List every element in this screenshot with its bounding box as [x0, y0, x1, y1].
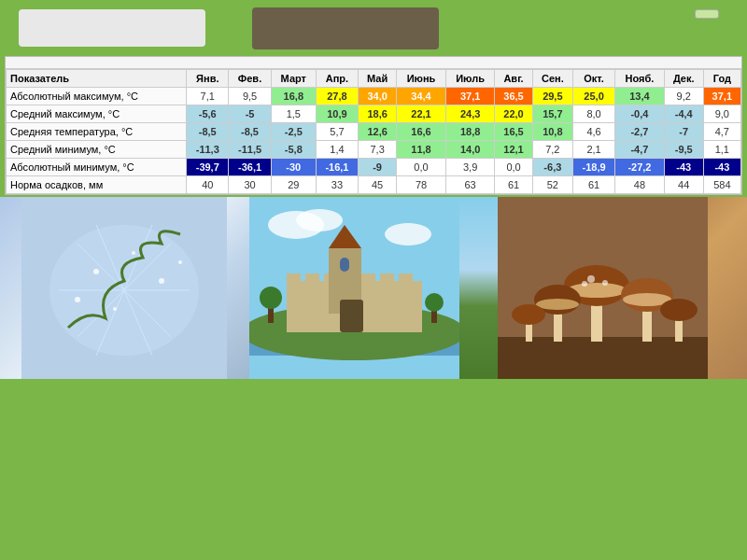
cell-r0-c11: 9,2: [664, 88, 703, 105]
cell-r5-c6: 63: [445, 176, 495, 194]
svg-rect-21: [305, 273, 319, 285]
cell-r2-c4: 12,6: [358, 123, 396, 141]
cell-r2-c11: -7: [664, 123, 703, 141]
svg-point-50: [587, 275, 595, 283]
cell-r0-c8: 29,5: [532, 88, 572, 105]
cell-r1-c4: 18,6: [358, 105, 396, 123]
cell-r3-c4: 7,3: [358, 141, 396, 159]
cell-r0-c2: 16,8: [271, 88, 316, 105]
svg-point-8: [132, 251, 135, 255]
cell-r2-c10: -2,7: [615, 123, 665, 141]
cell-r3-c9: 2,1: [573, 141, 615, 159]
cell-r4-c0: -39,7: [187, 159, 229, 176]
svg-rect-26: [399, 273, 413, 285]
castle-image: [249, 197, 499, 379]
svg-point-10: [113, 307, 117, 311]
cell-r2-c0: -8,5: [187, 123, 229, 141]
col-header-0: Показатель: [7, 70, 187, 88]
cell-r5-c8: 52: [532, 176, 572, 194]
svg-point-9: [159, 278, 164, 284]
cell-r2-c2: -2,5: [271, 123, 316, 141]
cell-r1-c10: -0,4: [615, 105, 665, 123]
cell-r1-c2: 1,5: [271, 105, 316, 123]
cell-r0-c7: 36,5: [495, 88, 532, 105]
cell-r0-c5: 34,4: [397, 88, 446, 105]
svg-point-16: [385, 223, 431, 245]
cell-r3-c0: -11,3: [187, 141, 229, 159]
table-row: Средний минимум, °С-11,3-11,5-5,81,47,31…: [7, 141, 741, 159]
cell-r3-c1: -11,5: [229, 141, 271, 159]
param-name-5: Норма осадков, мм: [7, 176, 187, 194]
cell-r0-c10: 13,4: [615, 88, 665, 105]
cell-r1-c9: 8,0: [573, 105, 615, 123]
cell-r4-c8: -6,3: [532, 159, 572, 176]
col-header-12: Дек.: [664, 70, 703, 88]
cell-r3-c12: 1,1: [703, 141, 740, 159]
svg-rect-30: [340, 300, 363, 332]
cell-r5-c3: 33: [316, 176, 358, 194]
col-header-7: Июль: [445, 70, 495, 88]
col-header-9: Сен.: [532, 70, 572, 88]
cell-r3-c6: 14,0: [445, 141, 495, 159]
cell-r0-c9: 25,0: [573, 88, 615, 105]
svg-point-15: [296, 209, 343, 231]
param-name-1: Средний максимум, °С: [7, 105, 187, 123]
svg-point-32: [260, 287, 282, 309]
svg-point-34: [425, 293, 444, 312]
svg-point-49: [660, 299, 698, 321]
cell-r1-c8: 15,7: [532, 105, 572, 123]
cell-r4-c3: -16,1: [316, 159, 358, 176]
cell-r0-c1: 9,5: [229, 88, 271, 105]
cell-r1-c6: 24,3: [445, 105, 495, 123]
cell-r5-c10: 48: [615, 176, 665, 194]
cell-r0-c0: 7,1: [187, 88, 229, 105]
svg-point-52: [582, 281, 587, 287]
cell-r4-c12: -43: [703, 159, 740, 176]
cell-r2-c3: 5,7: [316, 123, 358, 141]
frost-decoration: [0, 197, 249, 379]
table-row: Средний максимум, °С-5,6-51,510,918,622,…: [7, 105, 741, 123]
cell-r4-c6: 3,9: [445, 159, 495, 176]
header-white-box: [19, 9, 205, 47]
cell-r5-c5: 78: [397, 176, 446, 194]
table-row: Абсолютный максимум, °С7,19,516,827,834,…: [7, 88, 741, 105]
col-header-11: Нояб.: [615, 70, 665, 88]
svg-point-42: [536, 299, 579, 310]
cell-r5-c7: 61: [495, 176, 532, 194]
cell-r5-c1: 30: [229, 176, 271, 194]
cell-r0-c3: 27,8: [316, 88, 358, 105]
svg-rect-25: [380, 273, 394, 285]
cell-r4-c5: 0,0: [397, 159, 446, 176]
cell-r5-c4: 45: [358, 176, 396, 194]
cell-r1-c11: -4,4: [664, 105, 703, 123]
table-title: [6, 57, 741, 69]
col-header-10: Окт.: [573, 70, 615, 88]
climate-table-container: ПоказательЯнв.Фев.МартАпр.МайИюньИюльАвг…: [5, 56, 742, 195]
cell-r1-c12: 9,0: [703, 105, 740, 123]
col-header-6: Июнь: [397, 70, 446, 88]
svg-point-7: [93, 269, 99, 274]
bottom-images: [0, 197, 747, 379]
param-name-4: Абсолютный минимум, °С: [7, 159, 187, 176]
header-dark-box: [252, 7, 439, 49]
cell-r2-c5: 16,6: [397, 123, 446, 141]
cell-r0-c12: 37,1: [703, 88, 740, 105]
cell-r2-c9: 4,6: [573, 123, 615, 141]
cell-r2-c12: 4,7: [703, 123, 740, 141]
cell-r3-c8: 7,2: [532, 141, 572, 159]
cell-r3-c7: 12,1: [495, 141, 532, 159]
table-row: Средняя температура, °С-8,5-8,5-2,55,712…: [7, 123, 741, 141]
climate-table: ПоказательЯнв.Фев.МартАпр.МайИюньИюльАвг…: [6, 69, 741, 194]
col-header-2: Фев.: [229, 70, 271, 88]
svg-point-44: [512, 304, 545, 325]
col-header-5: Май: [358, 70, 396, 88]
mushroom-image: [498, 197, 747, 379]
svg-point-51: [602, 280, 608, 286]
svg-rect-36: [498, 337, 708, 379]
cell-r3-c3: 1,4: [316, 141, 358, 159]
cell-r0-c6: 37,1: [445, 88, 495, 105]
top-button[interactable]: [695, 9, 719, 19]
cell-r2-c7: 16,5: [495, 123, 532, 141]
cell-r3-c11: -9,5: [664, 141, 703, 159]
cell-r4-c11: -43: [664, 159, 703, 176]
